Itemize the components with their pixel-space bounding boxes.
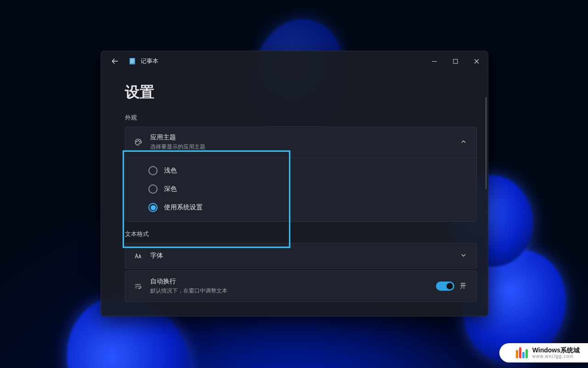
section-text-label: 文本格式 [125, 230, 477, 238]
theme-subtitle: 选择要显示的应用主题 [150, 143, 205, 151]
radio-icon [148, 166, 158, 175]
maximize-button[interactable] [445, 54, 466, 69]
theme-expander-header[interactable]: 应用主题 选择要显示的应用主题 [125, 127, 476, 157]
radio-icon [148, 184, 158, 194]
watermark: Windows系统城 www.wxclgg.com [499, 343, 588, 362]
wrap-toggle-state: 开 [460, 282, 466, 290]
theme-option-label: 深色 [164, 185, 177, 193]
watermark-logo-icon [516, 347, 528, 358]
close-button[interactable] [466, 54, 487, 69]
theme-option-dark[interactable]: 深色 [125, 180, 476, 198]
wrap-title: 自动换行 [150, 277, 227, 286]
settings-window: 记事本 设置 外观 应用主题 选择要显示的应用主题 [101, 51, 488, 316]
radio-icon [148, 203, 158, 212]
minimize-button[interactable] [424, 54, 445, 69]
svg-rect-0 [130, 58, 135, 64]
font-card[interactable]: 字体 [125, 243, 477, 269]
titlebar: 记事本 [101, 51, 488, 71]
back-button[interactable] [107, 54, 122, 69]
notepad-icon [129, 58, 136, 65]
theme-option-light[interactable]: 浅色 [125, 161, 476, 180]
theme-option-system[interactable]: 使用系统设置 [125, 198, 476, 217]
palette-icon [134, 138, 143, 146]
svg-point-2 [136, 141, 137, 142]
font-icon [134, 252, 143, 260]
chevron-down-icon [459, 250, 468, 262]
chevron-up-icon [459, 136, 468, 148]
svg-point-3 [138, 140, 139, 141]
app-title: 记事本 [141, 58, 158, 65]
wrap-subtitle: 默认情况下，在窗口中调整文本 [150, 287, 227, 295]
wrap-toggle[interactable] [436, 282, 454, 291]
watermark-title: Windows系统城 [532, 347, 580, 354]
theme-card: 应用主题 选择要显示的应用主题 浅色 深色 使用系统设置 [125, 126, 477, 222]
font-title: 字体 [150, 252, 163, 260]
page-title: 设置 [125, 82, 477, 103]
watermark-url: www.wxclgg.com [532, 354, 580, 359]
theme-option-label: 使用系统设置 [164, 203, 203, 212]
wrap-card: 自动换行 默认情况下，在窗口中调整文本 开 [125, 270, 477, 302]
theme-options: 浅色 深色 使用系统设置 [125, 157, 476, 221]
section-appearance-label: 外观 [125, 114, 477, 122]
svg-rect-1 [453, 59, 458, 63]
wrap-icon [134, 282, 143, 290]
scrollbar[interactable] [486, 97, 486, 189]
theme-option-label: 浅色 [164, 167, 177, 175]
theme-title: 应用主题 [150, 133, 205, 142]
svg-point-4 [140, 141, 141, 142]
